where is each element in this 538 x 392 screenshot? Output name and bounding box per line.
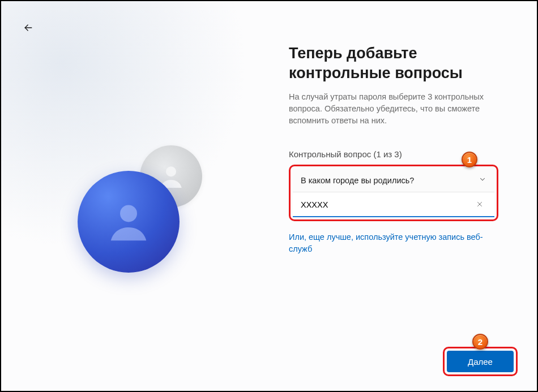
security-question-select[interactable]: В каком городе вы родились? xyxy=(293,169,494,192)
page-title: Теперь добавьте контрольные вопросы xyxy=(289,44,510,83)
page-subtitle: На случай утраты пароля выберите 3 контр… xyxy=(289,91,498,127)
chevron-down-icon xyxy=(479,175,486,185)
arrow-left-icon xyxy=(23,22,34,35)
close-icon xyxy=(476,200,484,210)
input-focus-underline xyxy=(293,216,494,217)
clear-input-button[interactable] xyxy=(473,198,486,212)
security-answer-input[interactable] xyxy=(301,200,473,209)
account-illustration xyxy=(78,145,225,292)
avatar-primary-icon xyxy=(78,171,180,273)
annotation-badge-2: 2 xyxy=(472,334,488,350)
security-question-value: В каком городе вы родились? xyxy=(301,176,414,185)
svg-point-0 xyxy=(166,166,176,176)
svg-point-1 xyxy=(120,205,137,222)
annotation-badge-1: 1 xyxy=(462,152,477,167)
question-field-group: 1 В каком городе вы родились? xyxy=(289,165,498,221)
next-button[interactable]: Далее xyxy=(447,351,514,372)
back-button[interactable] xyxy=(19,19,37,37)
use-online-account-link[interactable]: Или, еще лучше, используйте учетную запи… xyxy=(289,231,498,255)
next-button-highlight: 2 Далее xyxy=(443,347,518,376)
